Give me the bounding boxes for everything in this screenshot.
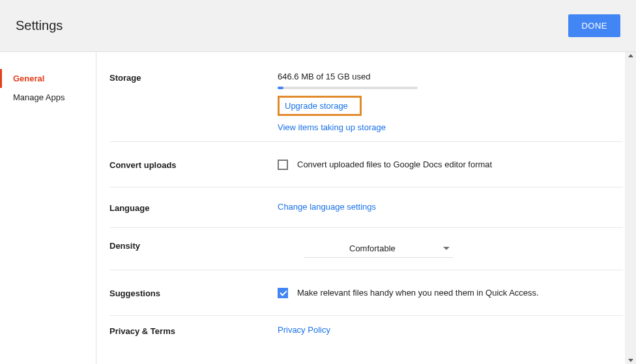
sidebar-item-general[interactable]: General [0,69,96,88]
section-body-privacy: Privacy Policy [278,325,623,337]
section-body-storage: 646.6 MB of 15 GB used Upgrade storage V… [278,72,623,132]
section-label-privacy: Privacy & Terms [109,325,278,337]
settings-body: General Manage Apps Storage 646.6 MB of … [0,52,636,364]
section-density: Density Comfortable [109,228,623,270]
density-dropdown[interactable]: Comfortable [304,240,454,258]
page-title: Settings [16,18,63,33]
suggestions-checkbox[interactable] [278,288,288,298]
section-label-language: Language [109,202,278,213]
density-value: Comfortable [304,244,396,253]
sidebar-item-manage-apps[interactable]: Manage Apps [0,88,96,107]
section-body-language: Change language settings [278,202,623,213]
privacy-policy-link[interactable]: Privacy Policy [278,325,623,335]
view-items-link[interactable]: View items taking up storage [278,122,386,132]
section-body-density: Comfortable [278,240,623,258]
convert-checkbox[interactable] [278,160,288,170]
section-label-convert: Convert uploads [109,159,278,170]
section-suggestions: Suggestions Make relevant files handy wh… [109,270,623,316]
section-privacy: Privacy & Terms Privacy Policy [109,316,623,346]
section-body-suggestions: Make relevant files handy when you need … [278,287,623,298]
settings-header: Settings DONE [0,0,636,52]
section-convert-uploads: Convert uploads Convert uploaded files t… [109,142,623,188]
content-scrollbar[interactable] [625,52,636,364]
done-button[interactable]: DONE [568,14,620,37]
section-body-convert: Convert uploaded files to Google Docs ed… [278,159,623,170]
section-storage: Storage 646.6 MB of 15 GB used Upgrade s… [109,72,623,142]
convert-checkbox-label: Convert uploaded files to Google Docs ed… [297,160,492,169]
upgrade-storage-link[interactable]: Upgrade storage [285,101,348,111]
chevron-down-icon [443,247,450,250]
storage-used-text: 646.6 MB of 15 GB used [278,72,623,81]
settings-sidebar: General Manage Apps [0,52,96,364]
settings-content: Storage 646.6 MB of 15 GB used Upgrade s… [96,52,636,364]
upgrade-storage-highlight: Upgrade storage [278,96,362,116]
storage-progress-fill [278,87,283,89]
section-language: Language Change language settings [109,188,623,228]
change-language-link[interactable]: Change language settings [278,202,376,212]
suggestions-checkbox-label: Make relevant files handy when you need … [297,288,539,298]
scroll-up-icon[interactable] [628,54,633,57]
section-label-density: Density [109,240,278,258]
section-label-storage: Storage [109,72,278,132]
section-label-suggestions: Suggestions [109,287,278,298]
storage-progress-bar [278,87,418,89]
scroll-down-icon[interactable] [628,359,633,362]
